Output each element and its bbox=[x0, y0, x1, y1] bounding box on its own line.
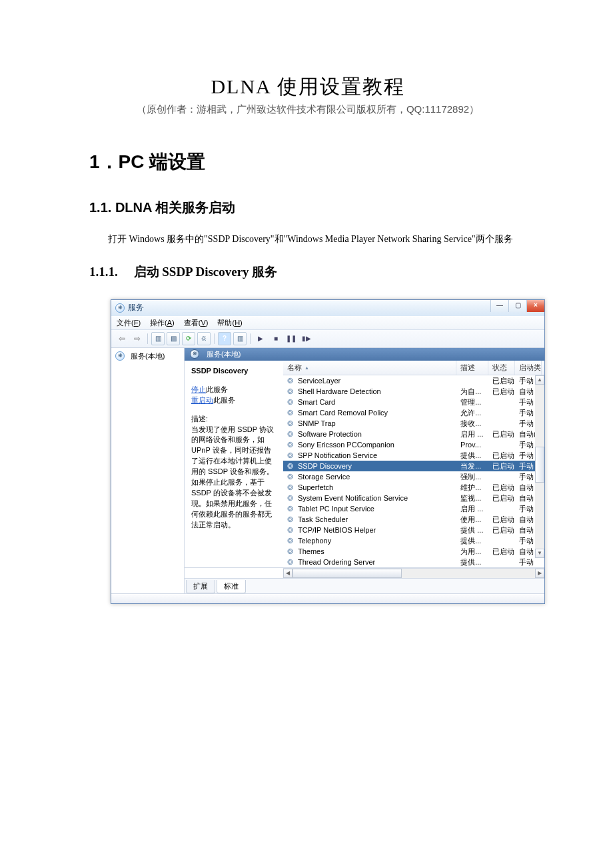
cell-state bbox=[488, 535, 515, 546]
service-name: SNMP Trap bbox=[298, 418, 336, 429]
table-row[interactable]: ServiceLayer已启动手动 bbox=[283, 375, 544, 386]
table-row[interactable]: SNMP Trap接收...手动 bbox=[283, 418, 544, 429]
help-icon[interactable]: ? bbox=[218, 332, 231, 345]
toolbar-separator bbox=[214, 333, 215, 344]
maximize-button[interactable]: ▢ bbox=[508, 300, 526, 312]
cell-name: Sony Ericsson PCCompanion bbox=[283, 439, 456, 450]
cell-state: 已启动 bbox=[488, 386, 515, 397]
properties-icon[interactable]: ⛭ bbox=[197, 332, 211, 345]
export-list-icon[interactable]: ▤ bbox=[167, 332, 180, 345]
menu-bar: 文件(F) 操作(A) 查看(V) 帮助(H) bbox=[111, 316, 544, 330]
cell-state: 已启动 bbox=[488, 429, 515, 439]
toolbar-separator bbox=[147, 333, 148, 344]
cell-name: ServiceLayer bbox=[283, 375, 456, 386]
table-row[interactable]: Superfetch维护...已启动自动 bbox=[283, 482, 544, 493]
toolbar: ⇦ ⇨ ▥ ▤ ⟳ ⛭ ? ▥ ▶ ■ ❚❚ ▮▶ bbox=[111, 330, 544, 348]
tab-extended[interactable]: 扩展 bbox=[186, 580, 215, 593]
table-row[interactable]: Shell Hardware Detection为自...已启动自动 bbox=[283, 386, 544, 397]
menu-action[interactable]: 操作(A) bbox=[150, 318, 175, 328]
table-row[interactable]: Software Protection启用 ...已启动自动(延 bbox=[283, 429, 544, 439]
scroll-thumb[interactable] bbox=[293, 569, 402, 578]
cell-name: System Event Notification Service bbox=[283, 493, 456, 503]
close-button[interactable]: × bbox=[526, 300, 544, 312]
cell-state: 已启动 bbox=[488, 450, 515, 461]
gear-icon bbox=[287, 462, 295, 470]
cell-desc: 当发... bbox=[456, 461, 488, 471]
list-caption: 服务(本地) bbox=[185, 348, 544, 361]
stop-service-link[interactable]: 停止 bbox=[191, 385, 206, 393]
restart-service-icon[interactable]: ▮▶ bbox=[300, 332, 313, 345]
vertical-scrollbar[interactable]: ▲ ▼ bbox=[535, 375, 544, 558]
cell-state bbox=[488, 407, 515, 418]
menu-help[interactable]: 帮助(H) bbox=[217, 318, 242, 328]
view-properties-icon[interactable]: ▥ bbox=[151, 332, 165, 345]
scroll-down-icon[interactable]: ▼ bbox=[535, 549, 544, 558]
table-row[interactable]: Smart Card管理...手动 bbox=[283, 397, 544, 407]
gear-icon bbox=[287, 387, 295, 395]
menu-file[interactable]: 文件(F) bbox=[117, 318, 141, 328]
cell-state: 已启动 bbox=[488, 482, 515, 493]
gear-icon bbox=[287, 505, 295, 513]
nav-services-local[interactable]: 服务(本地) bbox=[114, 351, 181, 362]
table-row[interactable]: SPP Notification Service提供...已启动手动 bbox=[283, 450, 544, 461]
pause-service-icon[interactable]: ❚❚ bbox=[285, 332, 298, 345]
service-name: Smart Card bbox=[298, 397, 335, 407]
scroll-right-icon[interactable]: ▶ bbox=[535, 569, 544, 578]
cell-desc: Prov... bbox=[456, 439, 488, 450]
table-row[interactable]: TCP/IP NetBIOS Helper提供 ...已启动自动 bbox=[283, 525, 544, 535]
cell-desc: 使用... bbox=[456, 514, 488, 525]
column-startup[interactable]: 启动类 bbox=[515, 361, 542, 375]
table-row[interactable]: Smart Card Removal Policy允许...手动 bbox=[283, 407, 544, 418]
list-header: 名称▲ 描述 状态 启动类 bbox=[283, 361, 544, 375]
scroll-up-icon[interactable]: ▲ bbox=[535, 375, 544, 385]
menu-view[interactable]: 查看(V) bbox=[184, 318, 209, 328]
table-row[interactable]: Thread Ordering Server提供...手动 bbox=[283, 557, 544, 567]
tab-standard[interactable]: 标准 bbox=[217, 580, 246, 593]
table-row[interactable]: SSDP Discovery当发...已启动手动 bbox=[283, 461, 544, 471]
doc-subtitle: （原创作者：游相武，广州致达软件技术有限公司版权所有，QQ:11172892） bbox=[89, 103, 526, 116]
service-name: Software Protection bbox=[298, 429, 362, 439]
view-tabs: 扩展 标准 bbox=[185, 578, 544, 593]
table-row[interactable]: Sony Ericsson PCCompanionProv...手动 bbox=[283, 439, 544, 450]
column-name[interactable]: 名称▲ bbox=[283, 361, 456, 375]
table-row[interactable]: Task Scheduler使用...已启动自动 bbox=[283, 514, 544, 525]
forward-button[interactable]: ⇨ bbox=[131, 332, 144, 345]
cell-name: Themes bbox=[283, 546, 456, 557]
window-titlebar[interactable]: 服务 — ▢ × bbox=[111, 300, 544, 316]
view-mode-icon[interactable]: ▥ bbox=[233, 332, 247, 345]
stop-suffix: 此服务 bbox=[206, 385, 228, 393]
cell-state: 已启动 bbox=[488, 525, 515, 535]
restart-service-link[interactable]: 重启动 bbox=[191, 396, 213, 404]
cell-name: Task Scheduler bbox=[283, 514, 456, 525]
cell-desc: 提供... bbox=[456, 450, 488, 461]
cell-desc: 启用 ... bbox=[456, 429, 488, 439]
detail-pane: SSDP Discovery 停止此服务 重启动此服务 描述: 当发现了使用 S… bbox=[185, 361, 283, 567]
cell-desc: 维护... bbox=[456, 482, 488, 493]
minimize-button[interactable]: — bbox=[490, 300, 508, 312]
back-button[interactable]: ⇦ bbox=[115, 332, 129, 345]
table-row[interactable]: Telephony提供...手动 bbox=[283, 535, 544, 546]
scroll-thumb[interactable] bbox=[535, 447, 544, 483]
cell-state bbox=[488, 418, 515, 429]
cell-desc: 为用... bbox=[456, 546, 488, 557]
refresh-icon[interactable]: ⟳ bbox=[182, 332, 195, 345]
gear-icon bbox=[287, 526, 295, 534]
service-name: Telephony bbox=[298, 535, 331, 546]
table-row[interactable]: Storage Service强制...手动 bbox=[283, 471, 544, 482]
start-service-icon[interactable]: ▶ bbox=[254, 332, 267, 345]
stop-service-icon[interactable]: ■ bbox=[269, 332, 283, 345]
doc-title: DLNA 使用设置教程 bbox=[89, 73, 526, 101]
column-description[interactable]: 描述 bbox=[456, 361, 488, 375]
table-row[interactable]: System Event Notification Service监视...已启… bbox=[283, 493, 544, 503]
caption-label: 服务(本地) bbox=[207, 349, 241, 359]
scroll-left-icon[interactable]: ◀ bbox=[283, 569, 293, 578]
horizontal-scrollbar[interactable]: ◀ ▶ bbox=[283, 568, 544, 578]
sort-asc-icon: ▲ bbox=[305, 365, 309, 370]
table-row[interactable]: Themes为用...已启动自动 bbox=[283, 546, 544, 557]
service-name: ServiceLayer bbox=[298, 375, 340, 386]
cell-name: SSDP Discovery bbox=[283, 461, 456, 471]
table-row[interactable]: Tablet PC Input Service启用 ...手动 bbox=[283, 503, 544, 514]
column-state[interactable]: 状态 bbox=[488, 361, 515, 375]
service-name: TCP/IP NetBIOS Helper bbox=[298, 525, 376, 535]
cell-state bbox=[488, 397, 515, 407]
